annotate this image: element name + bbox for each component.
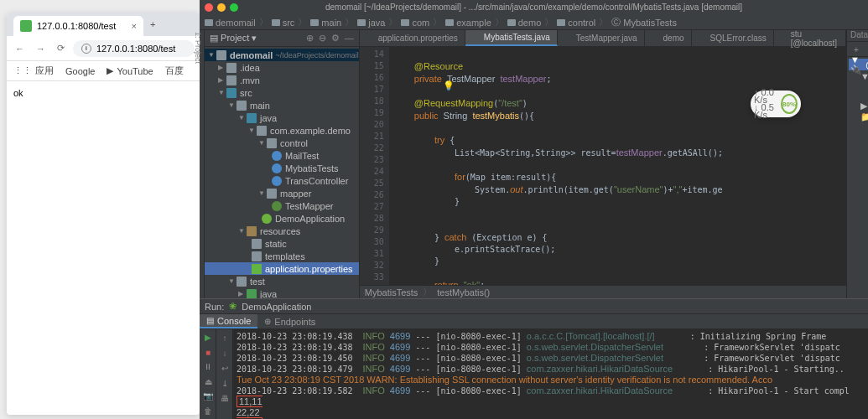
tree-item[interactable]: MybatisTests	[205, 162, 359, 174]
print-icon[interactable]: 🖶	[218, 391, 231, 405]
site-info-icon[interactable]: i	[81, 44, 91, 54]
bc-file[interactable]: ⒸMybatisTests	[611, 16, 677, 28]
youtube-bookmark[interactable]: ▶ YouTube	[107, 65, 153, 76]
bc-item[interactable]: java	[357, 18, 385, 28]
tree-item[interactable]: ▼main	[205, 99, 359, 111]
code-breadcrumb: MybatisTests 〉 testMybatis()	[360, 285, 846, 298]
wrap-icon[interactable]: ↩	[218, 361, 231, 375]
editor-tabs: application.propertiesMybatisTests.javaT…	[360, 30, 846, 47]
dump-icon[interactable]: 📷	[201, 390, 215, 403]
favicon	[20, 20, 32, 32]
pause-icon[interactable]: ⏸	[201, 360, 215, 374]
code-content[interactable]: @Resource private TestMapper testMapper;…	[389, 47, 846, 285]
code-editor[interactable]: 14 15 16 17 18 19 20 21 22 23 24 25 26 2…	[360, 47, 846, 285]
bookmarks-bar: ⋮⋮ 应用 Google ▶ YouTube 百度	[7, 61, 200, 81]
close-icon[interactable]	[205, 3, 213, 12]
crumb-class[interactable]: MybatisTests	[365, 287, 418, 297]
up-icon[interactable]: ↑	[218, 331, 231, 344]
db-header: Database	[847, 30, 868, 42]
tree-item[interactable]: ▶.mvn	[205, 74, 359, 86]
tree-item[interactable]: ▼com.example.demo	[205, 124, 359, 137]
editor-tab[interactable]: demo	[645, 30, 692, 46]
scroll-icon[interactable]: ⤓	[218, 376, 231, 390]
window-title: demomail [~/IdeaProjects/demomail] - ...…	[200, 0, 868, 15]
reload-button[interactable]: ⟳	[54, 41, 68, 55]
editor-area: application.propertiesMybatisTests.javaT…	[360, 30, 846, 298]
target-icon[interactable]: ⊖	[319, 33, 326, 44]
tree-item[interactable]: MailTest	[205, 149, 359, 162]
editor-tab[interactable]: application.properties	[360, 30, 465, 46]
spring-icon: ❀	[229, 301, 236, 312]
mac-window-controls	[205, 3, 238, 12]
exit-icon[interactable]: ⏏	[201, 375, 215, 389]
editor-tab[interactable]: TestMapper.java	[558, 30, 645, 46]
editor-tab[interactable]: stu [@localhost]	[774, 30, 846, 46]
apps-bookmark[interactable]: ⋮⋮ 应用	[13, 65, 54, 77]
tree-item-selected[interactable]: application.properties	[205, 262, 359, 275]
back-button[interactable]: ←	[12, 42, 28, 55]
trash-icon[interactable]: 🗑	[201, 405, 215, 418]
db-collations[interactable]: ▶ 📁 collations 270	[849, 106, 868, 117]
stop-icon[interactable]: ■	[201, 346, 215, 360]
editor-tab[interactable]: MybatisTests.java	[465, 30, 558, 46]
tree-item[interactable]: ▼control	[205, 137, 359, 149]
tree-item[interactable]: static	[205, 237, 359, 250]
collapse-icon[interactable]: ⊕	[306, 33, 314, 44]
browser-toolbar: ← → ⟳ i 127.0.0.1:8080/test	[7, 36, 200, 61]
gear-icon[interactable]: ⚙	[331, 33, 340, 44]
down-icon[interactable]: ↓	[218, 346, 231, 360]
bc-item[interactable]: demo	[507, 18, 542, 28]
bc-root[interactable]: demomail	[205, 18, 256, 28]
google-bookmark[interactable]: Google	[65, 66, 95, 76]
tree-item[interactable]: ▼src	[205, 86, 359, 99]
tree-item[interactable]: DemoApplication	[205, 212, 359, 225]
run-config[interactable]: DemoApplication	[242, 302, 311, 312]
breadcrumb: demomail〉 src〉 main〉 java〉 com〉 example〉…	[200, 15, 868, 30]
rerun-icon[interactable]: ▶	[201, 331, 215, 344]
bc-item[interactable]: main	[310, 18, 341, 28]
console-output[interactable]: 2018-10-23 23:08:19.438 INFO 4699 --- [n…	[233, 329, 868, 419]
console-tab[interactable]: ▤ Console	[200, 314, 257, 328]
db-schema[interactable]: ▼ 🗄 test	[849, 82, 868, 94]
endpoints-tab[interactable]: ⊕ Endpoints	[257, 314, 322, 328]
forward-button[interactable]: →	[33, 42, 49, 55]
tree-root[interactable]: ▼demomail ~/IdeaProjects/demomail	[205, 49, 359, 61]
database-panel: Database + ⟳ ■ ▦ ⋮ ▼ 🔌 @localhost 1 of 6…	[846, 30, 868, 298]
maximize-icon[interactable]	[230, 3, 238, 12]
tree-item[interactable]: ▼java	[205, 111, 359, 124]
minimize-icon[interactable]	[217, 3, 226, 12]
bc-item[interactable]: com	[401, 18, 429, 28]
run-label: Run:	[205, 302, 224, 312]
crumb-method[interactable]: testMybatis()	[437, 287, 490, 297]
run-tools-right: ↑ ↓ ↩ ⤓ 🖶	[216, 329, 233, 419]
intention-bulb-icon[interactable]: 💡	[443, 80, 453, 91]
db-tree[interactable]: ▼ 🔌 @localhost 1 of 6 ▼ 📁 schemas 1 ▼ 🗄 …	[847, 57, 868, 119]
project-tree[interactable]: ▼demomail ~/IdeaProjects/demomail ▶.idea…	[205, 47, 359, 298]
tree-item[interactable]: ▼test	[205, 275, 359, 287]
tree-item[interactable]: TestMapper	[205, 199, 359, 212]
tree-item[interactable]: ▶java	[205, 287, 359, 298]
run-panel: Run: ❀ DemoApplication ▤ Console ⊕ Endpo…	[200, 298, 868, 419]
tab-close-icon[interactable]: ×	[132, 21, 137, 31]
editor-tab[interactable]: SQLError.class	[692, 30, 774, 46]
baidu-bookmark[interactable]: 百度	[165, 65, 184, 77]
new-tab-button[interactable]: +	[143, 16, 162, 33]
tree-item[interactable]: TransController	[205, 174, 359, 187]
tab-title: 127.0.0.1:8080/test	[37, 21, 116, 31]
bc-item[interactable]: control	[557, 18, 595, 28]
speed-indicator: ↑ 0.0 K/s↓ 0.5 K/s 80%	[751, 91, 801, 117]
tree-item[interactable]: ▼mapper	[205, 187, 359, 199]
speed-circle: 80%	[781, 94, 798, 114]
tree-item[interactable]: ▶.idea	[205, 61, 359, 74]
bc-item[interactable]: src	[272, 18, 295, 28]
address-bar[interactable]: i 127.0.0.1:8080/test	[73, 40, 195, 57]
page-content: ok	[7, 81, 200, 105]
db-connection[interactable]: ▼ 🔌 @localhost 1 of 6	[849, 59, 868, 70]
bc-item[interactable]: example	[445, 18, 491, 28]
project-header: ▤ Project ▾ ⊕ ⊖ ⚙ —	[205, 30, 359, 47]
browser-tab[interactable]: 127.0.0.1:8080/test ×	[13, 16, 143, 36]
project-dropdown[interactable]: ▤ Project ▾	[210, 33, 257, 44]
tree-item[interactable]: ▼resources	[205, 225, 359, 237]
hide-icon[interactable]: —	[345, 33, 354, 44]
tree-item[interactable]: templates	[205, 250, 359, 262]
